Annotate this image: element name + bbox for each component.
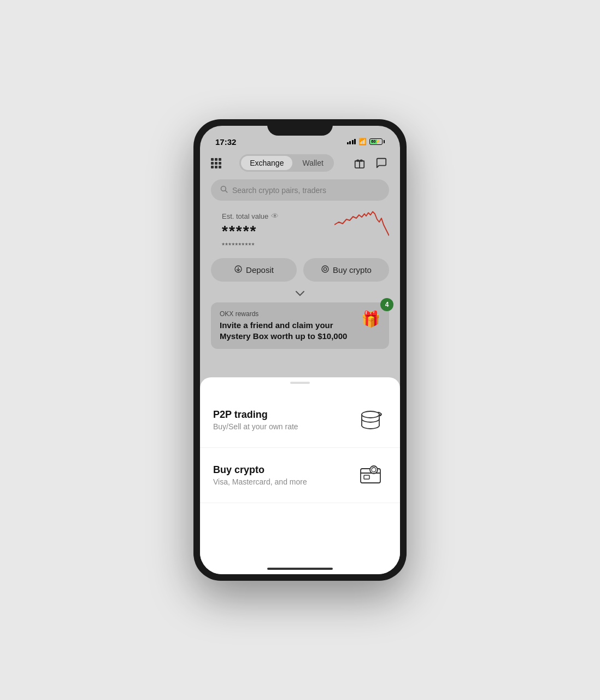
tab-wallet[interactable]: Wallet (293, 156, 332, 170)
svg-rect-20 (364, 475, 369, 479)
deposit-button[interactable]: Deposit (211, 258, 297, 282)
rewards-title: Invite a friend and claim your Mystery B… (220, 320, 361, 341)
signal-icon (347, 139, 356, 144)
wifi-icon: 📶 (358, 138, 367, 145)
svg-point-7 (322, 266, 328, 272)
deposit-label: Deposit (246, 265, 274, 275)
deposit-icon (234, 265, 243, 275)
tab-exchange[interactable]: Exchange (241, 156, 292, 170)
buy-crypto-button[interactable]: Buy crypto (303, 258, 389, 282)
p2p-icon (354, 404, 387, 436)
rewards-label: OKX rewards (220, 310, 361, 318)
expand-chevron[interactable] (200, 287, 400, 302)
est-label: Est. total value 👁 (222, 212, 279, 220)
sheet-handle (290, 382, 310, 384)
svg-line-4 (225, 190, 227, 192)
rewards-badge: 4 (380, 298, 393, 311)
buy-crypto-icon (321, 265, 330, 275)
phone-screen: 17:32 📶 60⚡ (200, 126, 400, 574)
battery-icon: 60⚡ (369, 138, 385, 145)
header: Exchange Wallet (200, 150, 400, 177)
bottom-sheet: P2P trading Buy/Sell at your own rate (200, 377, 400, 574)
p2p-trading-item[interactable]: P2P trading Buy/Sell at your own rate (200, 393, 400, 448)
status-time: 17:32 (215, 137, 236, 147)
buy-crypto-sheet-title: Buy crypto (213, 464, 307, 476)
p2p-subtitle: Buy/Sell at your own rate (213, 422, 298, 431)
svg-point-8 (323, 267, 326, 270)
portfolio-value: ***** (222, 223, 279, 240)
p2p-title: P2P trading (213, 409, 298, 421)
message-button[interactable] (374, 155, 389, 171)
status-icons: 📶 60⚡ (347, 138, 385, 145)
home-indicator (267, 568, 333, 570)
search-bar[interactable]: Search crypto pairs, traders (211, 179, 389, 201)
buy-crypto-item[interactable]: Buy crypto Visa, Mastercard, and more (200, 448, 400, 503)
portfolio-chart (334, 203, 389, 241)
svg-point-21 (370, 466, 378, 474)
grid-icon (211, 158, 221, 168)
rewards-gift-icon: 🎁 (361, 310, 380, 328)
search-placeholder: Search crypto pairs, traders (232, 186, 326, 195)
menu-button[interactable] (211, 158, 221, 168)
action-buttons: Deposit Buy crypto (200, 249, 400, 287)
header-actions (352, 155, 389, 171)
buy-crypto-sheet-subtitle: Visa, Mastercard, and more (213, 477, 307, 486)
buy-crypto-icon (354, 459, 387, 492)
phone-notch (267, 119, 333, 136)
rewards-card[interactable]: OKX rewards Invite a friend and claim yo… (211, 302, 389, 349)
gift-button[interactable] (352, 155, 367, 171)
search-icon (220, 185, 228, 195)
app-content: Exchange Wallet (200, 150, 400, 574)
header-tabs: Exchange Wallet (239, 154, 334, 172)
buy-crypto-label: Buy crypto (333, 265, 372, 275)
phone-frame: 17:32 📶 60⚡ (193, 119, 407, 581)
portfolio-value-secondary: ********** (222, 241, 279, 249)
hide-icon[interactable]: 👁 (271, 212, 279, 220)
